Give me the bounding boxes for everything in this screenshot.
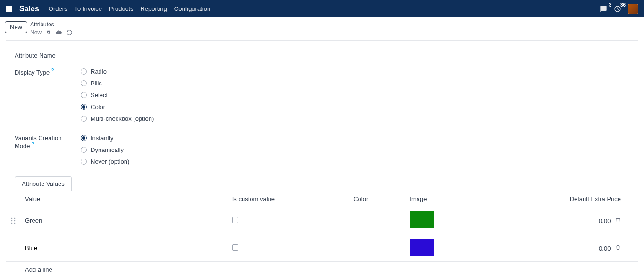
radio-label: Instantly <box>91 134 113 142</box>
nav-products[interactable]: Products <box>109 5 133 12</box>
variants-mode-option[interactable]: Instantly <box>81 134 326 142</box>
col-color: Color <box>349 191 405 207</box>
activity-icon[interactable]: 36 <box>614 5 621 13</box>
delete-icon[interactable] <box>615 217 621 225</box>
control-bar: New Attributes New <box>0 17 644 40</box>
variants-mode-option[interactable]: Never (option) <box>81 158 326 165</box>
col-price: Default Extra Price <box>484 191 626 207</box>
radio-label: Radio <box>91 68 107 75</box>
brand-title[interactable]: Sales <box>19 5 39 13</box>
svg-point-6 <box>14 222 16 224</box>
radio-icon <box>81 135 87 141</box>
value-input[interactable] <box>25 243 209 253</box>
nav-orders[interactable]: Orders <box>49 5 67 12</box>
tab-attribute-values[interactable]: Attribute Values <box>15 176 72 191</box>
help-icon[interactable]: ? <box>32 142 34 147</box>
display-type-option[interactable]: Color <box>81 103 326 110</box>
svg-point-5 <box>11 222 13 224</box>
breadcrumb-parent[interactable]: Attributes <box>30 21 73 28</box>
radio-label: Select <box>91 92 108 99</box>
activity-badge: 36 <box>620 2 626 8</box>
variants-mode-option[interactable]: Dynamically <box>81 146 326 153</box>
breadcrumb-current: New <box>30 29 42 36</box>
col-image: Image <box>405 191 484 207</box>
display-type-label: Display Type ? <box>15 68 71 122</box>
drag-handle-icon[interactable] <box>6 207 20 234</box>
add-line-button[interactable]: Add a line <box>25 266 52 273</box>
radio-label: Color <box>91 103 105 110</box>
help-icon[interactable]: ? <box>51 68 54 73</box>
svg-point-2 <box>14 217 16 219</box>
nav-reporting[interactable]: Reporting <box>140 5 167 12</box>
radio-icon <box>81 68 87 75</box>
svg-point-1 <box>11 217 13 219</box>
table-row[interactable]: Green0.00 <box>6 207 638 234</box>
radio-icon <box>81 116 87 122</box>
nav-to-invoice[interactable]: To Invoice <box>75 5 102 12</box>
col-value: Value <box>20 191 227 207</box>
svg-point-3 <box>11 220 13 221</box>
display-type-option[interactable]: Pills <box>81 80 326 87</box>
nav-configuration[interactable]: Configuration <box>174 5 210 12</box>
main-navbar: Sales Orders To Invoice Products Reporti… <box>0 0 644 17</box>
display-type-option[interactable]: Multi-checkbox (option) <box>81 115 326 122</box>
radio-icon <box>81 147 87 153</box>
radio-icon <box>81 159 87 165</box>
price-cell: 0.00 <box>599 217 611 225</box>
color-swatch[interactable] <box>410 239 434 256</box>
radio-icon <box>81 92 87 98</box>
user-avatar[interactable] <box>628 4 638 14</box>
messages-icon[interactable]: 3 <box>600 5 607 13</box>
form-sheet: Attribute Name Display Type ? RadioPills… <box>6 40 638 276</box>
color-swatch[interactable] <box>410 211 434 228</box>
price-cell: 0.00 <box>599 245 611 252</box>
custom-checkbox[interactable] <box>232 244 238 251</box>
display-type-option[interactable]: Radio <box>81 68 326 75</box>
radio-icon <box>81 80 87 86</box>
drag-handle-icon[interactable] <box>6 234 20 262</box>
radio-label: Multi-checkbox (option) <box>91 115 154 122</box>
delete-icon[interactable] <box>615 245 621 252</box>
value-cell: Green <box>25 217 42 224</box>
new-button[interactable]: New <box>5 21 27 33</box>
attribute-name-label: Attribute Name <box>15 52 71 62</box>
table-row[interactable]: 0.00 <box>6 234 638 262</box>
radio-label: Never (option) <box>91 158 129 165</box>
col-custom: Is custom value <box>227 191 349 207</box>
radio-icon <box>81 104 87 110</box>
messages-badge: 3 <box>609 2 611 8</box>
attribute-name-input[interactable] <box>81 52 326 62</box>
svg-point-4 <box>14 220 16 221</box>
apps-icon[interactable] <box>6 6 12 12</box>
attribute-values-table: Value Is custom value Color Image Defaul… <box>6 191 638 276</box>
gear-icon[interactable] <box>45 29 51 35</box>
radio-label: Dynamically <box>91 146 124 153</box>
display-type-option[interactable]: Select <box>81 92 326 99</box>
cloud-upload-icon[interactable] <box>55 29 62 36</box>
variants-mode-label: Variants Creation Mode ? <box>15 134 71 165</box>
custom-checkbox[interactable] <box>232 217 238 223</box>
discard-icon[interactable] <box>66 29 73 36</box>
radio-label: Pills <box>91 80 102 87</box>
